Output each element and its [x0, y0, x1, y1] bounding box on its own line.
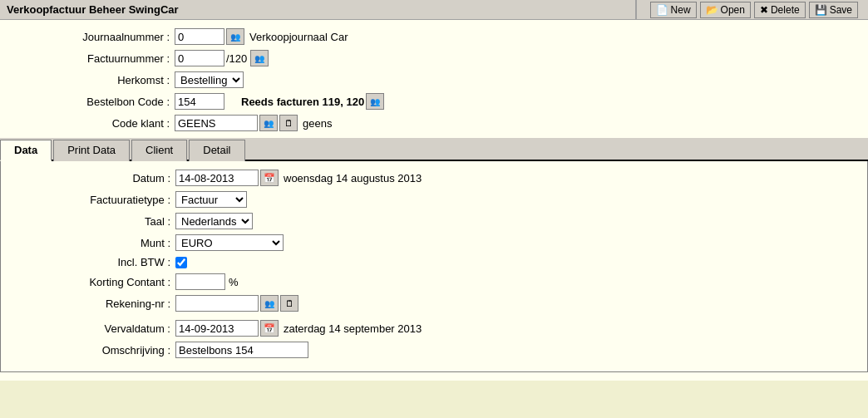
- datum-calendar-button[interactable]: 📅: [260, 170, 279, 186]
- percent-symbol: %: [229, 276, 239, 288]
- facturatietype-label: Factuuratietype :: [9, 194, 175, 206]
- vervaldatum-input[interactable]: [175, 320, 259, 337]
- datum-label: Datum :: [9, 172, 175, 184]
- korting-input[interactable]: [175, 273, 225, 290]
- tab-client[interactable]: Client: [131, 140, 187, 161]
- save-icon: 💾: [815, 4, 827, 16]
- save-label: Save: [830, 4, 852, 16]
- address-icon-2: 🗒: [285, 298, 294, 308]
- journaalnummer-row: Journaalnummer : 👥 Verkoopjournaal Car: [0, 28, 868, 45]
- tab-data[interactable]: Data: [0, 140, 52, 161]
- calendar-icon: 📅: [264, 173, 275, 184]
- munt-row: Munt : EURO USD: [1, 234, 867, 251]
- delete-icon: ✖: [760, 4, 768, 16]
- korting-row: Korting Contant : %: [1, 273, 867, 290]
- reeds-text: Reeds facturen 119, 120: [241, 96, 364, 108]
- code-klant-input[interactable]: [175, 115, 258, 131]
- rekening-input[interactable]: [175, 295, 259, 312]
- herkomst-label: Herkomst :: [8, 74, 175, 86]
- factuurnummer-label: Factuurnummer :: [8, 52, 175, 65]
- datum-input[interactable]: [175, 170, 259, 186]
- calendar-icon-2: 📅: [264, 323, 275, 334]
- rekening-row: Rekening-nr : 👥 🗒: [1, 295, 867, 312]
- omschrijving-input[interactable]: [175, 342, 308, 358]
- vervaldatum-row: Vervaldatum : 📅 zaterdag 14 september 20…: [1, 320, 867, 337]
- title-bar: Verkoopfactuur Beheer SwingCar 📄 New 📂 O…: [0, 0, 868, 20]
- main-content: Journaalnummer : 👥 Verkoopjournaal Car F…: [0, 20, 868, 381]
- omschrijving-label: Omschrijving :: [9, 344, 175, 357]
- factuurnummer-row: Factuurnummer : /120 👥: [0, 50, 868, 66]
- vervaldatum-label: Vervaldatum :: [9, 322, 175, 335]
- omschrijving-row: Omschrijving :: [1, 342, 867, 358]
- tab-print-data[interactable]: Print Data: [53, 140, 130, 161]
- taal-select[interactable]: Nederlands Frans Engels: [175, 213, 253, 229]
- toolbar: 📄 New 📂 Open ✖ Delete 💾 Save: [644, 2, 865, 18]
- journaalnummer-label: Journaalnummer :: [8, 31, 175, 43]
- facturatietype-select[interactable]: Factuur Creditnota: [175, 191, 247, 208]
- rekening-label: Rekening-nr :: [9, 298, 175, 310]
- code-klant-row: Code klant : 👥 🗒 geens: [0, 115, 868, 131]
- klant-address-button[interactable]: 🗒: [279, 115, 298, 131]
- app-title: Verkoopfactuur Beheer SwingCar: [3, 3, 629, 16]
- open-button[interactable]: 📂 Open: [700, 2, 751, 18]
- new-icon: 📄: [656, 4, 668, 16]
- klant-name: geens: [303, 117, 332, 130]
- people-icon-4: 👥: [264, 119, 274, 128]
- tab-content-data: Datum : 📅 woensdag 14 augustus 2013 Fact…: [0, 161, 868, 372]
- factuurnummer-lookup-button[interactable]: 👥: [250, 50, 269, 66]
- factuurnummer-suffix: /120: [226, 52, 247, 65]
- datum-day: woensdag 14 augustus 2013: [284, 172, 422, 184]
- rekening-address-button[interactable]: 🗒: [280, 295, 298, 312]
- tab-bar: Data Print Data Client Detail: [0, 138, 868, 161]
- taal-label: Taal :: [9, 215, 175, 228]
- korting-label: Korting Contant :: [9, 276, 175, 288]
- rekening-lookup-button[interactable]: 👥: [260, 295, 279, 312]
- herkomst-select[interactable]: Bestelling Factuur: [175, 71, 244, 88]
- incl-btw-checkbox[interactable]: [175, 257, 187, 268]
- munt-label: Munt :: [9, 237, 175, 249]
- herkomst-row: Herkomst : Bestelling Factuur: [0, 71, 868, 88]
- save-button[interactable]: 💾 Save: [809, 2, 858, 18]
- incl-btw-label: Incl. BTW :: [9, 256, 175, 268]
- delete-label: Delete: [771, 4, 800, 16]
- factuurnummer-input[interactable]: [175, 50, 224, 66]
- incl-btw-row: Incl. BTW :: [1, 256, 867, 268]
- journaalnummer-lookup-button[interactable]: 👥: [226, 28, 244, 45]
- open-icon: 📂: [706, 4, 718, 16]
- delete-button[interactable]: ✖ Delete: [754, 2, 806, 18]
- people-icon: 👥: [230, 32, 240, 42]
- people-icon-3: 👥: [370, 97, 380, 106]
- journaal-name: Verkoopjournaal Car: [249, 31, 348, 43]
- people-icon-2: 👥: [254, 54, 264, 63]
- vervaldatum-day: zaterdag 14 september 2013: [284, 322, 422, 335]
- code-klant-label: Code klant :: [8, 117, 175, 130]
- bestelbon-row: Bestelbon Code : Reeds facturen 119, 120…: [0, 93, 868, 110]
- tab-detail[interactable]: Detail: [189, 140, 244, 161]
- reeds-lookup-button[interactable]: 👥: [366, 93, 384, 110]
- vervaldatum-calendar-button[interactable]: 📅: [260, 320, 279, 337]
- datum-row: Datum : 📅 woensdag 14 augustus 2013: [1, 170, 867, 186]
- address-icon: 🗒: [284, 118, 293, 128]
- klant-lookup-button[interactable]: 👥: [259, 115, 278, 131]
- bestelbon-label: Bestelbon Code :: [8, 96, 175, 108]
- bestelbon-input[interactable]: [175, 93, 224, 110]
- journaalnummer-input[interactable]: [175, 28, 224, 45]
- munt-select[interactable]: EURO USD: [175, 234, 284, 251]
- facturatietype-row: Factuuratietype : Factuur Creditnota: [1, 191, 867, 208]
- open-label: Open: [721, 4, 745, 16]
- people-icon-5: 👥: [264, 299, 274, 308]
- title-divider: [635, 0, 637, 19]
- new-label: New: [671, 4, 691, 16]
- taal-row: Taal : Nederlands Frans Engels: [1, 213, 867, 229]
- new-button[interactable]: 📄 New: [650, 2, 697, 18]
